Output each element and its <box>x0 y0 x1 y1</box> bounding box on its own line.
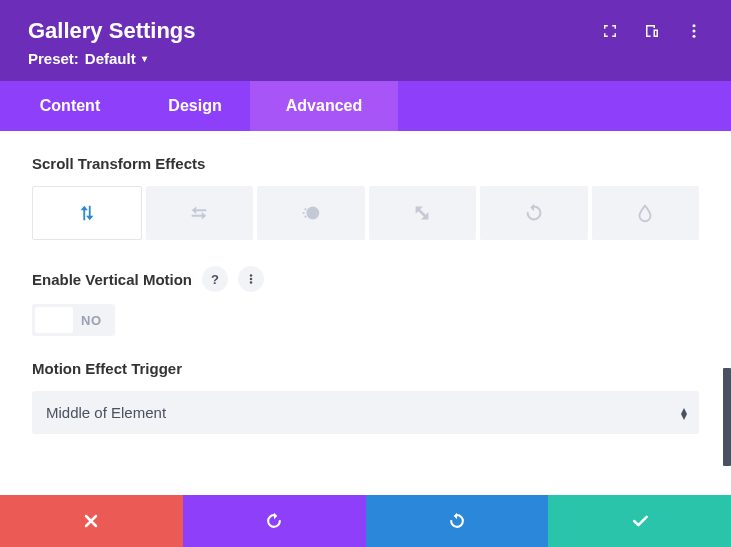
svg-point-4 <box>304 208 306 210</box>
settings-body: Scroll Transform Effects <box>0 131 731 458</box>
preset-value: Default <box>85 50 136 67</box>
cancel-button[interactable] <box>0 495 183 547</box>
svg-point-7 <box>250 274 253 277</box>
svg-point-8 <box>250 278 253 281</box>
svg-point-5 <box>302 212 304 214</box>
svg-point-6 <box>304 216 306 218</box>
effect-rotate-button[interactable] <box>480 186 588 240</box>
effect-horizontal-button[interactable] <box>146 186 254 240</box>
caret-down-icon: ▾ <box>142 53 147 64</box>
tab-content[interactable]: Content <box>0 81 140 131</box>
close-icon <box>81 511 101 531</box>
check-icon <box>630 511 650 531</box>
tab-design[interactable]: Design <box>140 81 250 131</box>
header-row: Gallery Settings <box>28 18 703 44</box>
save-button[interactable] <box>548 495 731 547</box>
modal-title: Gallery Settings <box>28 18 196 44</box>
modal-header: Gallery Settings Preset: Default ▾ <box>0 0 731 81</box>
footer-actions <box>0 495 731 547</box>
options-icon[interactable] <box>238 266 264 292</box>
drop-icon <box>634 202 656 224</box>
effect-vertical-button[interactable] <box>32 186 142 240</box>
effect-scale-button[interactable] <box>369 186 477 240</box>
vertical-arrows-icon <box>76 202 98 224</box>
preset-label: Preset: <box>28 50 79 67</box>
trigger-select[interactable]: Middle of Element <box>32 391 699 434</box>
scrollbar-thumb[interactable] <box>723 368 731 466</box>
tab-bar: Content Design Advanced <box>0 81 731 131</box>
undo-icon <box>264 511 284 531</box>
svg-point-9 <box>250 281 253 284</box>
header-actions <box>601 22 703 40</box>
more-icon[interactable] <box>685 22 703 40</box>
redo-icon <box>447 511 467 531</box>
trigger-label: Motion Effect Trigger <box>32 360 699 377</box>
redo-button[interactable] <box>366 495 549 547</box>
svg-point-0 <box>693 24 696 27</box>
effect-fade-button[interactable] <box>257 186 365 240</box>
toggle-label: NO <box>73 313 112 328</box>
effect-buttons-row <box>32 186 699 240</box>
expand-icon[interactable] <box>601 22 619 40</box>
svg-point-3 <box>306 207 319 220</box>
vertical-motion-toggle[interactable]: NO <box>32 304 115 336</box>
scale-arrow-icon <box>411 202 433 224</box>
svg-point-1 <box>693 30 696 33</box>
effect-blur-button[interactable] <box>592 186 700 240</box>
tab-advanced[interactable]: Advanced <box>250 81 398 131</box>
rotate-icon <box>523 202 545 224</box>
scroll-effects-label: Scroll Transform Effects <box>32 155 699 172</box>
svg-point-2 <box>693 35 696 38</box>
enable-vertical-label: Enable Vertical Motion <box>32 271 192 288</box>
vertical-motion-row: Enable Vertical Motion ? <box>32 266 699 292</box>
undo-button[interactable] <box>183 495 366 547</box>
horizontal-arrows-icon <box>188 202 210 224</box>
responsive-icon[interactable] <box>643 22 661 40</box>
help-icon[interactable]: ? <box>202 266 228 292</box>
preset-dropdown[interactable]: Preset: Default ▾ <box>28 50 703 67</box>
toggle-knob <box>35 307 73 333</box>
fade-icon <box>300 202 322 224</box>
trigger-select-wrap: Middle of Element ▴▾ <box>32 391 699 434</box>
